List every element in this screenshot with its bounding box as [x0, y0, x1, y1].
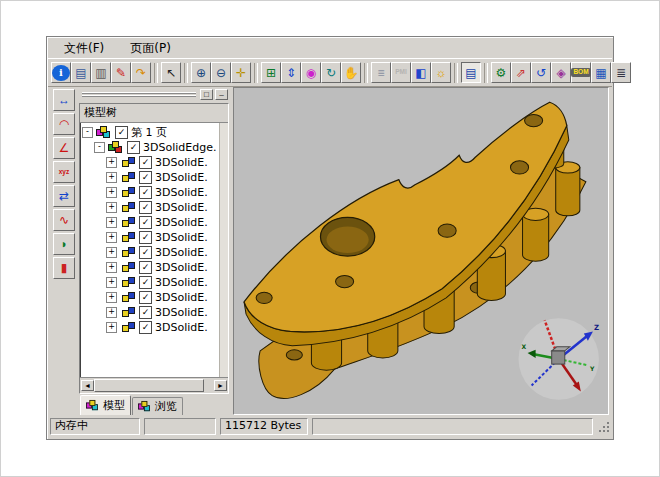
part-checkbox[interactable]: ✓ — [139, 156, 152, 169]
export-button[interactable]: ↷ — [131, 62, 151, 83]
expand-icon[interactable]: + — [106, 217, 117, 228]
part-checkbox[interactable]: ✓ — [139, 201, 152, 214]
expand-icon[interactable]: + — [106, 277, 117, 288]
tree-horizontal-scrollbar[interactable]: ◄ ► — [80, 377, 228, 393]
expand-icon[interactable]: + — [106, 307, 117, 318]
lights-button[interactable]: ☼ — [431, 62, 451, 83]
render-mode-button[interactable]: ◧ — [411, 62, 431, 83]
rotate-button[interactable]: ◉ — [301, 62, 321, 83]
gears-icon: ⚙ — [496, 67, 507, 79]
select-button[interactable]: ↖ — [161, 62, 181, 83]
measure-coordinate-button[interactable]: xyz — [53, 161, 75, 183]
panel-float-button[interactable]: □ — [200, 89, 213, 100]
panel-tabs: 模型 浏览 — [79, 394, 229, 415]
bom-button[interactable]: BOM — [571, 62, 591, 83]
tree-item[interactable]: + ✓ 3DSolidE. — [82, 320, 219, 335]
tree-item-label: 3DSolidE. — [155, 231, 208, 244]
expand-icon[interactable]: + — [106, 202, 117, 213]
tree-item[interactable]: + ✓ 3DSolidE. — [82, 215, 219, 230]
cursor-icon: ↖ — [166, 67, 176, 79]
panel-grip[interactable] — [82, 92, 196, 97]
measure-curve-button[interactable]: ∿ — [53, 209, 75, 231]
dynamic-zoom-button[interactable]: ⇕ — [281, 62, 301, 83]
tab-browse[interactable]: 浏览 — [132, 397, 183, 415]
measure-distance-button[interactable]: ↔ — [53, 89, 75, 111]
root-checkbox[interactable]: ✓ — [115, 126, 128, 139]
print-button[interactable]: ▥ — [91, 62, 111, 83]
tree-assembly-row[interactable]: - ✓ 3DSolidEdge. — [82, 140, 219, 155]
viewport-3d[interactable]: Z X Y — [233, 87, 609, 415]
tab-model[interactable]: 模型 — [80, 395, 131, 415]
tree-item[interactable]: + ✓ 3DSolidE. — [82, 230, 219, 245]
zoom-window-button[interactable]: ⊞ — [261, 62, 281, 83]
expand-icon[interactable]: + — [106, 232, 117, 243]
status-field: 内存中 — [50, 418, 140, 435]
part-checkbox[interactable]: ✓ — [139, 321, 152, 334]
tree-item[interactable]: + ✓ 3DSolidE. — [82, 275, 219, 290]
info-button[interactable]: i — [51, 62, 71, 83]
collapse-icon[interactable]: - — [94, 142, 105, 153]
report-table-button[interactable]: ▦ — [591, 62, 611, 83]
scroll-right-button[interactable]: ► — [214, 380, 227, 391]
part-checkbox[interactable]: ✓ — [139, 291, 152, 304]
part-checkbox[interactable]: ✓ — [139, 246, 152, 259]
markup-button[interactable]: ✎ — [111, 62, 131, 83]
part-checkbox[interactable]: ✓ — [139, 171, 152, 184]
layers-button[interactable]: ≡ — [371, 62, 391, 83]
print-preview-button[interactable]: ▤ — [71, 62, 91, 83]
model-tree-toggle-button[interactable]: ▤ — [461, 62, 481, 83]
tree-vertical-scrollbar[interactable] — [219, 123, 228, 377]
measure-angle-button[interactable]: ∠ — [53, 137, 75, 159]
expand-icon[interactable]: + — [106, 172, 117, 183]
part-checkbox[interactable]: ✓ — [139, 306, 152, 319]
part-checkbox[interactable]: ✓ — [139, 186, 152, 199]
expand-icon[interactable]: + — [106, 187, 117, 198]
measure-area-button[interactable]: ◗ — [53, 233, 75, 255]
expand-icon[interactable]: + — [106, 262, 117, 273]
resize-grip[interactable] — [597, 420, 610, 433]
zoom-out-button[interactable]: ⊖ — [211, 62, 231, 83]
part-checkbox[interactable]: ✓ — [139, 261, 152, 274]
expand-icon[interactable]: + — [106, 322, 117, 333]
part-checkbox[interactable]: ✓ — [139, 276, 152, 289]
pan-button[interactable]: ✛ — [231, 62, 251, 83]
part-checkbox[interactable]: ✓ — [139, 231, 152, 244]
part-checkbox[interactable]: ✓ — [139, 216, 152, 229]
tree-item[interactable]: + ✓ 3DSolidE. — [82, 305, 219, 320]
expand-icon[interactable]: + — [106, 157, 117, 168]
collapse-icon[interactable]: - — [82, 127, 93, 138]
structure-tree-button[interactable]: ≣ — [611, 62, 631, 83]
tree-root-row[interactable]: - ✓ 第 1 页 — [82, 125, 219, 140]
parts-button[interactable]: ⚙ — [491, 62, 511, 83]
expand-icon[interactable]: + — [106, 247, 117, 258]
expand-icon[interactable]: + — [106, 292, 117, 303]
tree-item[interactable]: + ✓ 3DSolidE. — [82, 170, 219, 185]
menu-page[interactable]: 页面(P) — [130, 40, 171, 57]
export-icon: ↷ — [136, 67, 146, 79]
panel-collapse-button[interactable]: – — [215, 89, 228, 100]
menu-file[interactable]: 文件(F) — [64, 40, 104, 57]
orientation-trackball[interactable]: Z X Y — [519, 318, 600, 400]
bom-icon: BOM — [571, 68, 590, 77]
measure-gap-button[interactable]: ⇄ — [53, 185, 75, 207]
measure-radius-button[interactable]: ◠ — [53, 113, 75, 135]
zoom-in-button[interactable]: ⊕ — [191, 62, 211, 83]
spin-button[interactable]: ↺ — [531, 62, 551, 83]
scroll-left-button[interactable]: ◄ — [81, 380, 94, 391]
toolbar-separator — [364, 63, 368, 83]
tree-item[interactable]: + ✓ 3DSolidE. — [82, 155, 219, 170]
pan-hand-button[interactable]: ✋ — [341, 62, 361, 83]
panel-titlebar[interactable]: □ – — [79, 87, 229, 103]
explode-button[interactable]: ◈ — [551, 62, 571, 83]
assembly-checkbox[interactable]: ✓ — [127, 141, 140, 154]
tree-item[interactable]: + ✓ 3DSolidE. — [82, 260, 219, 275]
scroll-thumb[interactable] — [94, 379, 204, 392]
refresh-button[interactable]: ↻ — [321, 62, 341, 83]
tree-item[interactable]: + ✓ 3DSolidE. — [82, 290, 219, 305]
move-part-button[interactable]: ⇗ — [511, 62, 531, 83]
tree-item[interactable]: + ✓ 3DSolidE. — [82, 245, 219, 260]
area-icon: ◗ — [60, 238, 67, 250]
measure-volume-button[interactable]: ▮ — [53, 257, 75, 279]
tree-item[interactable]: + ✓ 3DSolidE. — [82, 185, 219, 200]
tree-item[interactable]: + ✓ 3DSolidE. — [82, 200, 219, 215]
